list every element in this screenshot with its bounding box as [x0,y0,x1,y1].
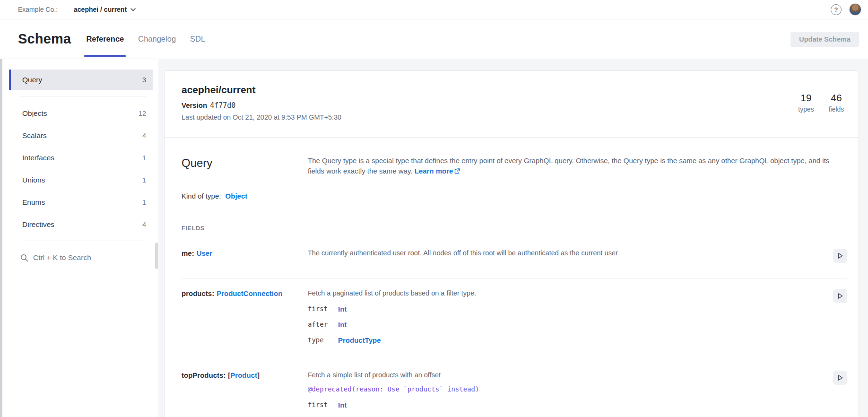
run-in-explorer-button[interactable] [833,371,847,385]
run-in-explorer-button[interactable] [833,289,847,303]
search-trigger[interactable]: Ctrl + K to Search [20,241,146,262]
nav-group: Query 3 [2,70,158,96]
field-description: The currently authenticated user root. A… [308,249,827,258]
version-line: Version4f77d0 [182,101,341,110]
update-schema-button[interactable]: Update Schema [790,32,859,47]
field-type-label: Product [230,371,257,379]
sidebar-item[interactable]: Scalars 4 [9,125,153,146]
graph-title: acephei/current [182,84,341,96]
graph-selector[interactable]: acephei / current [74,6,136,13]
play-icon [837,374,843,381]
body: Query 3 Objects 12 Scalars [0,59,868,417]
kind-value-link[interactable]: Object [226,192,248,200]
field-main: The currently authenticated user root. A… [308,249,827,263]
sidebar-item[interactable]: Enums 1 [9,192,153,213]
field-description: Fetch a paginated list of products based… [308,289,827,298]
avatar[interactable] [849,3,861,16]
arg-type-link[interactable]: Int [338,304,347,313]
arg-type-link[interactable]: Int [338,320,347,329]
sidebar-item-label: Scalars [22,131,47,140]
field-main: Fetch a simple list of products with an … [308,371,827,409]
field-description: Fetch a simple list of products with an … [308,371,827,380]
stat-label: types [795,105,817,113]
tab-label: Changelog [138,35,176,43]
sidebar-item-label: Query [22,76,42,84]
tab-label: SDL [190,35,205,43]
sidebar-item-count: 1 [142,154,146,162]
arg-name: type [308,336,338,345]
field-name: topProducts:[Product] [182,371,308,409]
field-name-text: me: [182,249,194,257]
type-bracket-close: ] [257,371,260,379]
arg-type-link[interactable]: Int [338,400,347,409]
sidebar-item[interactable]: Directives 4 [9,214,153,235]
tab[interactable]: Changelog [137,34,177,44]
arg-row: after Int [308,320,827,329]
nav-group: Objects 12 [2,103,158,124]
sidebar-item-label: Interfaces [22,154,54,162]
search-hint: Ctrl + K to Search [33,253,91,262]
help-icon[interactable]: ? [831,4,842,15]
sidebar-item-count: 4 [142,221,146,228]
sidebar-item[interactable]: Unions 1 [9,170,153,191]
kind-label: Kind of type: [182,192,221,200]
sidebar-item-label: Directives [22,220,54,229]
type-description: The Query type is a special type that de… [308,156,847,176]
sidebar-item[interactable]: Objects 12 [9,103,153,124]
sidebar-item-count: 1 [142,176,146,184]
field-row: me:User The currently authenticated user… [182,238,847,278]
external-link-icon [454,168,460,174]
learn-more-link[interactable]: Learn more [415,167,460,175]
run-in-explorer-button[interactable] [833,249,847,263]
field-type-link[interactable]: [Product] [228,371,260,379]
nav-group: Unions 1 [2,170,158,191]
field-type-label: User [197,249,212,257]
fields-list: me:User The currently authenticated user… [182,238,847,417]
stat-value: 46 [825,92,847,104]
field-main: Fetch a paginated list of products based… [308,289,827,345]
tab[interactable]: SDL [189,34,206,44]
sidebar-item[interactable]: Query 3 [9,70,153,90]
tab[interactable]: Reference [85,34,125,44]
field-args: first Int [308,400,827,409]
field-type-link[interactable]: User [197,249,212,257]
arg-name: after [308,320,338,329]
nav-group: Interfaces 1 [2,148,158,168]
type-head: Query The Query type is a special type t… [182,156,847,176]
field-name: products:ProductConnection [182,289,308,345]
field-name: me:User [182,249,308,263]
field-action [833,249,847,263]
fields-label: FIELDS [182,225,205,232]
version-label: Version [182,101,207,109]
tab-bar: Reference Changelog SDL [85,19,206,59]
play-icon [837,293,843,299]
page-header: Schema Reference Changelog SDL Update Sc… [0,19,868,59]
field-type-link[interactable]: ProductConnection [217,289,282,297]
schema-type-nav: Query 3 Objects 12 Scalars [2,70,158,235]
nav-group: Scalars 4 [2,125,158,146]
field-action [833,289,847,303]
sidebar-item[interactable]: Interfaces 1 [9,148,153,168]
sidebar-item-label: Enums [22,198,45,207]
field-type-label: ProductConnection [217,289,282,297]
sidebar-item-count: 3 [142,76,146,84]
content: acephei/current Version4f77d0 Last updat… [158,59,868,417]
play-icon [837,252,843,259]
sidebar-item-count: 4 [142,132,146,139]
sidebar: Query 3 Objects 12 Scalars [2,59,158,417]
graph-meta: acephei/current Version4f77d0 Last updat… [182,84,341,121]
learn-more-label: Learn more [415,167,453,175]
fields-head: FIELDS [182,224,847,238]
sidebar-item-count: 12 [139,110,146,117]
kind-of-type-row: Kind of type: Object [182,192,847,200]
arg-name: first [308,304,338,313]
arg-type-link[interactable]: ProductType [338,336,381,345]
field-name-text: topProducts: [182,371,226,379]
nav-group: Enums 1 [2,192,158,213]
arg-row: type ProductType [308,336,827,345]
sidebar-scrollbar-thumb[interactable] [155,243,158,269]
page-title: Schema [18,31,71,47]
type-description-text: The Query type is a special type that de… [308,156,829,175]
type-name: Query [182,156,308,176]
field-action [833,371,847,385]
